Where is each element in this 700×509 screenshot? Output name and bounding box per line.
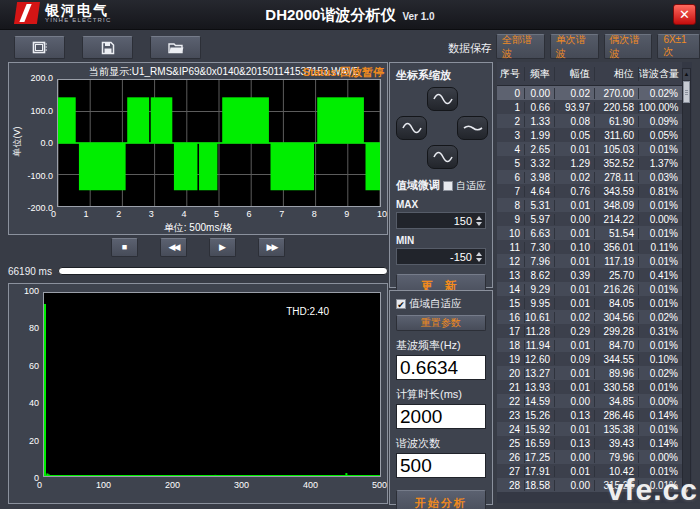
table-row[interactable]: 00.000.02270.000.02%	[497, 86, 682, 100]
stop-button[interactable]: ■	[111, 238, 138, 257]
fundamental-freq-input[interactable]: 0.6634	[396, 355, 486, 380]
table-row[interactable]: 2315.260.13286.460.14%	[497, 408, 682, 422]
min-spinner[interactable]: -150	[396, 248, 486, 265]
table-cell: 11	[497, 242, 525, 253]
table-cell: 348.09	[595, 200, 639, 211]
table-row[interactable]: 1610.610.02304.560.02%	[497, 310, 682, 324]
table-cell: 9	[497, 214, 525, 225]
table-row[interactable]: 2013.270.0189.960.02%	[497, 366, 682, 380]
table-cell: 105.03	[595, 144, 639, 155]
spin-down-icon[interactable]	[476, 222, 482, 226]
spin-down-icon[interactable]	[476, 258, 482, 262]
tab-odd-harmonics[interactable]: 单次谐波	[550, 34, 599, 59]
table-row[interactable]: 42.650.01105.030.01%	[497, 142, 682, 156]
table-cell: 23	[497, 410, 525, 421]
fast-forward-button[interactable]: ▶▶	[258, 238, 285, 257]
table-cell: 0.05%	[639, 130, 682, 141]
table-row[interactable]: 95.970.00214.220.00%	[497, 212, 682, 226]
table-cell: 0.01%	[639, 284, 682, 295]
table-row[interactable]: 85.310.01348.090.01%	[497, 198, 682, 212]
table-cell: 16	[497, 312, 525, 323]
table-cell: 0.10%	[639, 354, 682, 365]
stop-icon: ■	[122, 242, 127, 252]
table-row[interactable]: 1912.600.09344.550.10%	[497, 352, 682, 366]
table-scrollbar[interactable]: ▲ ▼	[682, 68, 691, 498]
table-row[interactable]: 2214.590.0034.850.00%	[497, 394, 682, 408]
table-cell: 0.01	[555, 340, 595, 351]
reset-params-button[interactable]: 重置参数	[396, 315, 486, 331]
waveform-plot	[57, 79, 381, 207]
table-row[interactable]: 2516.590.1339.430.14%	[497, 436, 682, 450]
table-row[interactable]: 159.950.0184.050.01%	[497, 296, 682, 310]
table-cell: 0.01	[555, 144, 595, 155]
harmonics-table: 序号 频率 幅值 相位 谐波含量 00.000.02270.000.02%10.…	[497, 62, 692, 503]
min-value: -150	[397, 251, 475, 263]
table-row[interactable]: 127.960.01117.190.01%	[497, 254, 682, 268]
playback-slider[interactable]	[58, 267, 388, 275]
spin-up-icon[interactable]	[476, 216, 482, 220]
open-button[interactable]	[150, 36, 201, 59]
range-adaptive-checkbox[interactable]: ✔	[396, 299, 406, 309]
spectrum-chart	[44, 293, 380, 476]
table-cell: 21	[497, 382, 525, 393]
scroll-up-icon[interactable]: ▲	[683, 69, 690, 80]
max-spinner[interactable]: 150	[396, 212, 486, 229]
table-cell: 0.02%	[639, 368, 682, 379]
zoom-dpad	[396, 87, 486, 171]
save-button[interactable]	[82, 36, 133, 59]
table-row[interactable]: 1811.940.0184.700.01%	[497, 338, 682, 352]
table-row[interactable]: 117.300.10356.010.11%	[497, 240, 682, 254]
table-cell: 352.52	[595, 158, 639, 169]
zoom-amplitude-in-button[interactable]	[427, 87, 458, 111]
table-row[interactable]: 149.290.01216.260.01%	[497, 282, 682, 296]
max-value: 150	[397, 215, 475, 227]
table-row[interactable]: 31.990.05311.600.05%	[497, 128, 682, 142]
zoom-time-in-button[interactable]	[457, 116, 488, 140]
table-cell: 24	[497, 424, 525, 435]
zoom-time-out-button[interactable]	[396, 116, 427, 140]
rewind-button[interactable]: ◀◀	[160, 238, 187, 257]
table-row[interactable]: 74.640.76343.590.81%	[497, 184, 682, 198]
harmonic-tabstrip: 全部谐波 单次谐波 偶次谐波 6X±1次	[496, 34, 700, 59]
table-row[interactable]: 53.321.29352.521.37%	[497, 156, 682, 170]
adaptive-checkbox[interactable]	[443, 181, 453, 191]
zoom-amplitude-out-button[interactable]	[427, 145, 458, 169]
table-cell: 0.01%	[639, 200, 682, 211]
table-row[interactable]: 21.330.0861.900.09%	[497, 114, 682, 128]
table-row[interactable]: 2415.920.01135.380.01%	[497, 422, 682, 436]
table-row[interactable]: 138.620.3925.700.41%	[497, 268, 682, 282]
table-cell: 0.01%	[639, 144, 682, 155]
table-cell: 0.10	[555, 242, 595, 253]
table-cell: 135.38	[595, 424, 639, 435]
start-analysis-button[interactable]: 开始分析	[396, 490, 486, 509]
report-button[interactable]	[14, 36, 65, 59]
play-button[interactable]: ▶	[209, 238, 236, 257]
close-button[interactable]: ✕	[673, 4, 696, 25]
spin-up-icon[interactable]	[476, 252, 482, 256]
table-cell: 304.56	[595, 312, 639, 323]
harmonic-order-input[interactable]: 500	[396, 453, 486, 478]
calc-duration-input[interactable]: 2000	[396, 404, 486, 429]
table-cell: 27	[497, 466, 525, 477]
table-cell: 15.26	[525, 410, 555, 421]
table-cell: 84.70	[595, 340, 639, 351]
table-row[interactable]: 2113.930.01330.580.01%	[497, 380, 682, 394]
tab-all-harmonics[interactable]: 全部谐波	[496, 34, 545, 59]
table-cell: 0.00	[555, 396, 595, 407]
table-cell: 0.01	[555, 298, 595, 309]
table-cell: 13.27	[525, 368, 555, 379]
scrollbar-thumb[interactable]	[683, 81, 690, 103]
tab-even-harmonics[interactable]: 偶次谐波	[604, 34, 653, 59]
table-row[interactable]: 10.6693.97220.58100.00%	[497, 100, 682, 114]
tab-6x1-harmonics[interactable]: 6X±1次	[657, 34, 700, 59]
table-row[interactable]: 1711.280.29299.280.31%	[497, 324, 682, 338]
table-row[interactable]: 106.630.0151.540.01%	[497, 226, 682, 240]
table-cell: 6.63	[525, 228, 555, 239]
table-row[interactable]: 63.980.02278.110.03%	[497, 170, 682, 184]
table-cell: 216.26	[595, 284, 639, 295]
table-cell: 0.01%	[639, 256, 682, 267]
table-cell: 79.96	[595, 452, 639, 463]
table-cell: 1.29	[555, 158, 595, 169]
col-header-content: 谐波含量	[639, 67, 682, 81]
table-row[interactable]: 2617.250.0079.960.00%	[497, 450, 682, 464]
